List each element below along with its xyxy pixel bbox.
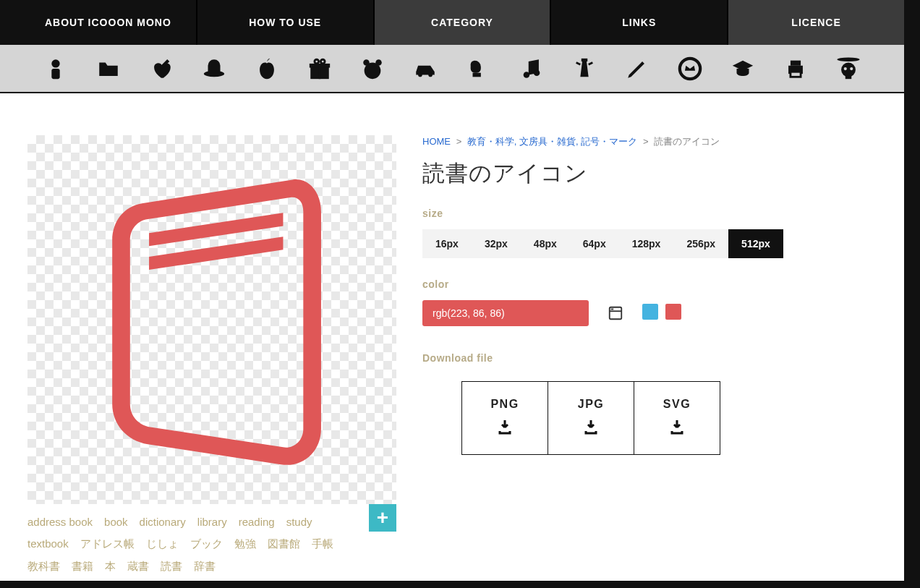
svg-rect-15 bbox=[472, 72, 480, 77]
download-png[interactable]: PNG bbox=[461, 381, 548, 455]
download-label: PNG bbox=[490, 398, 519, 411]
crown-badge-icon[interactable] bbox=[676, 55, 704, 82]
svg-rect-30 bbox=[611, 309, 614, 310]
top-navigation: ABOUT ICOOON MONOHOW TO USECATEGORYLINKS… bbox=[0, 0, 904, 45]
svg-point-0 bbox=[51, 59, 59, 67]
icon-preview: + bbox=[27, 135, 396, 504]
size-option-64px[interactable]: 64px bbox=[570, 229, 619, 258]
content: + address bookbookdictionarylibraryreadi… bbox=[0, 93, 904, 577]
svg-point-14 bbox=[429, 72, 433, 77]
color-swatch[interactable] bbox=[642, 304, 658, 320]
svg-point-23 bbox=[838, 57, 860, 61]
tag-list: address bookbookdictionarylibraryreading… bbox=[27, 511, 367, 577]
tag[interactable]: アドレス帳 bbox=[80, 534, 135, 555]
breadcrumb-link[interactable]: 記号・マーク bbox=[581, 136, 637, 147]
svg-point-12 bbox=[372, 58, 374, 60]
folder-icon[interactable] bbox=[95, 55, 122, 82]
tag[interactable]: 手帳 bbox=[312, 534, 333, 555]
tag[interactable]: dictionary bbox=[140, 512, 186, 533]
page-title: 読書のアイコン bbox=[422, 158, 882, 189]
download-svg[interactable]: SVG bbox=[634, 381, 720, 455]
tag[interactable]: study bbox=[286, 512, 312, 533]
tag[interactable]: library bbox=[197, 512, 227, 533]
nav-item-about-icooon-mono[interactable]: ABOUT ICOOON MONO bbox=[20, 0, 196, 45]
svg-rect-21 bbox=[791, 60, 801, 65]
size-label: size bbox=[422, 208, 882, 219]
svg-rect-27 bbox=[846, 75, 852, 78]
svg-point-13 bbox=[419, 72, 423, 77]
svg-point-17 bbox=[534, 69, 540, 76]
size-option-32px[interactable]: 32px bbox=[472, 229, 521, 258]
download-jpg[interactable]: JPG bbox=[548, 381, 634, 455]
music-note-icon[interactable] bbox=[518, 55, 545, 82]
size-selector: 16px32px48px64px128px256px512px bbox=[422, 229, 882, 258]
tag[interactable]: address book bbox=[27, 512, 93, 533]
download-label: JPG bbox=[578, 398, 605, 411]
pencil-icon[interactable] bbox=[623, 55, 651, 82]
tag[interactable]: 辞書 bbox=[194, 556, 216, 577]
apple-icon[interactable] bbox=[253, 55, 281, 82]
svg-rect-1 bbox=[51, 69, 59, 79]
svg-rect-6 bbox=[319, 63, 321, 78]
svg-point-16 bbox=[523, 72, 529, 78]
tag[interactable]: 蔵書 bbox=[127, 556, 149, 577]
nav-item-how-to-use[interactable]: HOW TO USE bbox=[196, 0, 373, 45]
download-icon bbox=[668, 418, 686, 438]
boxing-glove-icon[interactable] bbox=[465, 55, 493, 82]
add-button[interactable]: + bbox=[369, 504, 396, 532]
tag[interactable]: 教科書 bbox=[27, 556, 60, 577]
lighthouse-icon[interactable] bbox=[571, 55, 598, 82]
svg-rect-22 bbox=[791, 72, 801, 77]
size-option-48px[interactable]: 48px bbox=[521, 229, 570, 258]
color-picker-icon[interactable] bbox=[608, 305, 623, 321]
download-options: PNGJPGSVG bbox=[461, 381, 882, 455]
tag[interactable]: ブック bbox=[190, 534, 223, 555]
color-label: color bbox=[422, 278, 882, 290]
bear-icon[interactable] bbox=[359, 55, 386, 82]
color-swatch[interactable] bbox=[665, 304, 681, 320]
printer-icon[interactable] bbox=[782, 55, 809, 82]
syringe-heart-icon[interactable] bbox=[148, 55, 175, 82]
nav-item-licence[interactable]: LICENCE bbox=[727, 0, 904, 45]
size-option-128px[interactable]: 128px bbox=[619, 229, 674, 258]
breadcrumb-home[interactable]: HOME bbox=[422, 136, 451, 147]
breadcrumb-current: 読書のアイコン bbox=[654, 136, 720, 147]
tag[interactable]: 勉強 bbox=[234, 534, 256, 555]
size-option-512px[interactable]: 512px bbox=[728, 229, 783, 258]
skull-pirate-icon[interactable] bbox=[835, 55, 862, 82]
tag[interactable]: reading bbox=[239, 512, 275, 533]
tag[interactable]: じしょ bbox=[146, 534, 179, 555]
tag[interactable]: book bbox=[104, 512, 128, 533]
tag[interactable]: 読書 bbox=[161, 556, 182, 577]
svg-point-8 bbox=[321, 59, 325, 64]
color-input[interactable] bbox=[422, 300, 589, 326]
size-option-256px[interactable]: 256px bbox=[673, 229, 728, 258]
hat-icon[interactable] bbox=[200, 55, 228, 82]
person-icon[interactable] bbox=[42, 55, 69, 82]
nav-item-links[interactable]: LINKS bbox=[550, 0, 727, 45]
gift-icon[interactable] bbox=[306, 55, 333, 82]
tag[interactable]: 本 bbox=[105, 556, 116, 577]
nav-item-category[interactable]: CATEGORY bbox=[373, 0, 550, 45]
breadcrumb-link[interactable]: 文房具・雑貨 bbox=[519, 136, 576, 147]
right-column: HOME > 教育・科学, 文房具・雑貨, 記号・マーク > 読書のアイコン 読… bbox=[422, 135, 882, 577]
svg-point-7 bbox=[315, 59, 319, 64]
breadcrumb-link[interactable]: 教育・科学 bbox=[467, 136, 514, 147]
page-edge-bottom bbox=[0, 581, 920, 588]
size-option-16px[interactable]: 16px bbox=[422, 229, 472, 258]
tag[interactable]: 図書館 bbox=[268, 534, 300, 555]
svg-rect-18 bbox=[582, 58, 588, 61]
page-edge-right bbox=[904, 0, 920, 588]
breadcrumb-sep: > bbox=[456, 136, 462, 147]
tag[interactable]: textbook bbox=[27, 534, 69, 555]
download-label: SVG bbox=[663, 398, 691, 411]
car-icon[interactable] bbox=[412, 55, 439, 82]
download-icon bbox=[582, 418, 600, 438]
download-icon bbox=[496, 418, 514, 438]
svg-point-11 bbox=[365, 62, 381, 79]
graduation-cap-icon[interactable] bbox=[729, 55, 757, 82]
category-bar bbox=[0, 45, 904, 93]
book-icon bbox=[60, 168, 364, 472]
tag[interactable]: 書籍 bbox=[72, 556, 93, 577]
color-row bbox=[422, 300, 882, 326]
